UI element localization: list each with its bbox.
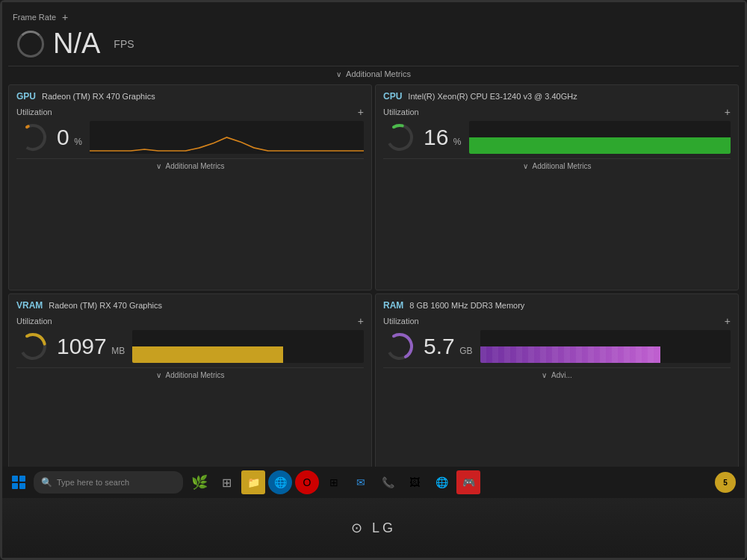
cpu-unit: % [453, 137, 462, 147]
cpu-bar-fill [469, 137, 731, 154]
taskbar-pinned-icons: 🌿 ⊞ 📁 🌐 O ⊞ ✉ 📞 🖼 🌐 🎮 [187, 470, 480, 494]
cpu-panel: CPU Intel(R) Xeon(R) CPU E3-1240 v3 @ 3.… [375, 84, 739, 290]
ram-bar [480, 330, 731, 363]
screen: Frame Rate + N/A FPS ∨ Additional Metric… [2, 2, 745, 498]
cpu-type-label: CPU [383, 91, 402, 102]
fps-circle-icon [17, 31, 44, 57]
cortana-icon[interactable]: 🌿 [187, 470, 211, 494]
fps-add-icon[interactable]: + [62, 11, 68, 23]
photos-icon[interactable]: 🖼 [403, 470, 427, 494]
monitor-bezel-bottom: ⊙ LG [2, 498, 745, 558]
taskbar: 🔍 Type here to search 🌿 ⊞ 📁 🌐 O ⊞ ✉ 📞 🖼 … [2, 467, 745, 498]
main-grid: GPU Radeon (TM) RX 470 Graphics Utilizat… [8, 84, 739, 500]
ram-gauge [383, 330, 416, 363]
lg-logo: ⊙ LG [351, 520, 396, 536]
game-icon[interactable]: 🎮 [456, 470, 480, 494]
chevron-down-icon: ∨ [336, 70, 341, 78]
vram-chevron-icon: ∨ [156, 371, 161, 379]
cpu-chevron-icon: ∨ [523, 162, 528, 170]
gpu-add-btn[interactable]: + [358, 106, 364, 118]
cpu-panel-header: CPU Intel(R) Xeon(R) CPU E3-1240 v3 @ 3.… [383, 91, 731, 102]
cpu-metric-row: 16 % [383, 121, 731, 154]
fps-value: N/A [53, 28, 100, 60]
ram-bar-fill [480, 346, 661, 363]
taskbar-right: 5 [715, 472, 742, 493]
vram-utilization-label: Utilization + [16, 315, 364, 327]
vram-device-name: Radeon (TM) RX 470 Graphics [49, 301, 162, 310]
gpu-panel-header: GPU Radeon (TM) RX 470 Graphics [16, 91, 364, 102]
cpu-value-group: 16 % [424, 126, 462, 149]
gpu-panel: GPU Radeon (TM) RX 470 Graphics Utilizat… [8, 84, 372, 290]
search-icon: 🔍 [41, 477, 52, 488]
chrome-icon[interactable]: 🌐 [430, 470, 453, 494]
notification-circle[interactable]: 5 [715, 472, 736, 493]
fps-unit: FPS [114, 38, 134, 50]
ram-additional-metrics[interactable]: ∨ Advi... [383, 367, 731, 379]
gpu-type-label: GPU [16, 91, 36, 102]
fps-additional-metrics-bar[interactable]: ∨ Additional Metrics [8, 66, 739, 81]
ram-value-group: 5.7 GB [424, 335, 473, 358]
cpu-add-btn[interactable]: + [725, 106, 731, 118]
vram-additional-metrics[interactable]: ∨ Additional Metrics [16, 367, 364, 379]
vram-value: 1097 [57, 334, 107, 358]
gpu-utilization-label: Utilization + [16, 106, 364, 118]
cpu-device-name: Intel(R) Xeon(R) CPU E3-1240 v3 @ 3.40GH… [408, 92, 577, 101]
phone-icon[interactable]: 📞 [376, 470, 400, 494]
vram-gauge [16, 330, 49, 363]
search-placeholder-text: Type here to search [57, 478, 129, 487]
taskbar-search[interactable]: 🔍 Type here to search [34, 471, 183, 494]
gpu-unit: % [74, 137, 82, 147]
cpu-bar [469, 121, 731, 154]
ram-panel-header: RAM 8 GB 1600 MHz DDR3 Memory [383, 300, 731, 311]
ram-add-btn[interactable]: + [725, 315, 731, 327]
vram-metric-row: 1097 MB [16, 330, 364, 363]
cpu-value: 16 [424, 125, 448, 149]
edge-icon[interactable]: 🌐 [268, 470, 292, 494]
ram-utilization-label: Utilization + [383, 315, 731, 327]
fps-main: N/A FPS [8, 25, 739, 66]
cpu-gauge [383, 121, 416, 154]
gpu-value-group: 0 % [57, 126, 82, 149]
vram-panel-header: VRAM Radeon (TM) RX 470 Graphics [16, 300, 364, 311]
vram-unit: MB [111, 346, 125, 356]
gpu-value: 0 [57, 125, 69, 149]
gpu-device-name: Radeon (TM) RX 470 Graphics [42, 92, 155, 101]
ram-metric-row: 5.7 GB [383, 330, 731, 363]
task-view-icon[interactable]: ⊞ [214, 470, 238, 494]
vram-bar-fill [132, 346, 282, 363]
gpu-chevron-icon: ∨ [156, 162, 161, 170]
vram-add-btn[interactable]: + [358, 315, 364, 327]
mail-icon[interactable]: ✉ [349, 470, 373, 494]
cpu-additional-metrics[interactable]: ∨ Additional Metrics [383, 158, 731, 170]
office-icon[interactable]: ⊞ [322, 470, 346, 494]
cpu-utilization-label: Utilization + [383, 106, 731, 118]
file-explorer-icon[interactable]: 📁 [241, 470, 265, 494]
ram-unit: GB [459, 346, 472, 356]
fps-header: Frame Rate + [8, 8, 739, 25]
opera-icon[interactable]: O [295, 470, 319, 494]
gpu-sparkline [90, 121, 364, 154]
windows-logo-icon [12, 476, 25, 489]
gpu-gauge [16, 121, 49, 154]
gpu-metric-row: 0 % [16, 121, 364, 154]
svg-point-0 [16, 121, 49, 154]
vram-type-label: VRAM [16, 300, 43, 311]
ram-chevron-icon: ∨ [542, 371, 547, 379]
ram-value: 5.7 [424, 334, 455, 358]
start-button[interactable] [5, 469, 32, 496]
gpu-additional-metrics[interactable]: ∨ Additional Metrics [16, 158, 364, 170]
monitor-outer: Frame Rate + N/A FPS ∨ Additional Metric… [0, 0, 747, 560]
ram-device-name: 8 GB 1600 MHz DDR3 Memory [409, 301, 524, 310]
fps-additional-metrics-label: Additional Metrics [346, 69, 411, 78]
fps-label: Frame Rate [13, 13, 56, 22]
vram-bar [132, 330, 364, 363]
vram-value-group: 1097 MB [57, 335, 125, 358]
ram-type-label: RAM [383, 300, 403, 311]
